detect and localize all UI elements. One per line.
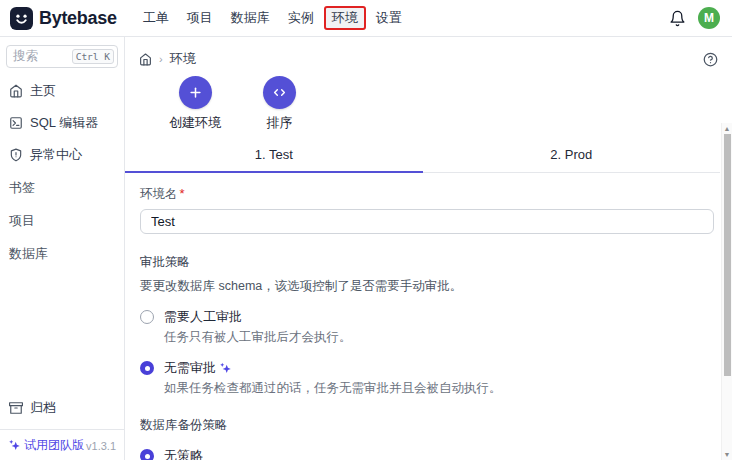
sidebar-item-label: 主页 bbox=[30, 82, 56, 100]
nav-item-issues[interactable]: 工单 bbox=[135, 6, 177, 30]
sidebar-section-databases[interactable]: 数据库 bbox=[6, 239, 118, 269]
bell-icon[interactable] bbox=[669, 10, 686, 27]
user-avatar[interactable]: M bbox=[698, 7, 720, 29]
sidebar-item-sql-editor[interactable]: SQL 编辑器 bbox=[6, 108, 118, 138]
tab-test[interactable]: 1. Test bbox=[125, 140, 423, 173]
plan-label: 试用团队版 bbox=[24, 437, 84, 454]
plan-badge[interactable]: 试用团队版 bbox=[8, 437, 84, 454]
nav-item-projects[interactable]: 项目 bbox=[179, 6, 221, 30]
environment-name-label: 环境名 bbox=[140, 187, 178, 201]
scrollbar[interactable]: ▲ ▼ bbox=[721, 123, 732, 460]
search-shortcut-badge: Ctrl K bbox=[72, 49, 114, 64]
nav-item-instances[interactable]: 实例 bbox=[280, 6, 322, 30]
sparkles-icon bbox=[8, 439, 21, 452]
scrollbar-up-arrow[interactable]: ▲ bbox=[722, 123, 732, 134]
radio-no-approval[interactable]: 无需审批 bbox=[140, 359, 714, 377]
home-icon[interactable] bbox=[139, 53, 152, 66]
main-nav: 工单 项目 数据库 实例 环境 设置 bbox=[135, 6, 410, 30]
sidebar: 搜索 Ctrl K 主页 SQL 编辑器 bbox=[0, 37, 125, 460]
action-label: 创建环境 bbox=[169, 114, 221, 132]
radio-option-manual-approval: 需要人工审批 任务只有被人工审批后才会执行。 bbox=[140, 308, 714, 346]
scrollbar-thumb[interactable] bbox=[724, 134, 731, 376]
breadcrumb: › 环境 bbox=[139, 50, 196, 68]
sidebar-spacer bbox=[6, 269, 118, 391]
sidebar-item-label: 归档 bbox=[30, 399, 56, 417]
brand-name: Bytebase bbox=[39, 8, 117, 29]
bytebase-logo[interactable]: Bytebase bbox=[10, 7, 117, 30]
scrollbar-down-arrow[interactable]: ▼ bbox=[722, 449, 732, 460]
approval-policy-title: 审批策略 bbox=[140, 254, 714, 271]
terminal-icon bbox=[9, 116, 23, 130]
radio-no-backup[interactable]: 无策略 bbox=[140, 447, 714, 460]
radio-label: 需要人工审批 bbox=[164, 308, 242, 326]
environment-tabs: 1. Test 2. Prod bbox=[125, 140, 720, 173]
sidebar-item-archive[interactable]: 归档 bbox=[6, 393, 118, 423]
archive-icon bbox=[9, 401, 23, 415]
radio-option-no-approval: 无需审批 如果任务检查都通过的话，任务无需审批并且会被自动执行。 bbox=[140, 359, 714, 397]
sidebar-item-label: 异常中心 bbox=[30, 146, 82, 164]
sidebar-item-anomaly-center[interactable]: 异常中心 bbox=[6, 140, 118, 170]
approval-policy-description: 要更改数据库 schema，该选项控制了是否需要手动审批。 bbox=[140, 278, 714, 295]
environment-name-input[interactable] bbox=[140, 209, 714, 234]
environment-name-field: 环境名* bbox=[140, 186, 714, 234]
sparkles-icon bbox=[219, 362, 232, 375]
environment-form: 环境名* 审批策略 要更改数据库 schema，该选项控制了是否需要手动审批。 … bbox=[125, 173, 720, 460]
main-content: › 环境 创建环境 bbox=[125, 37, 732, 460]
radio-manual-approval[interactable]: 需要人工审批 bbox=[140, 308, 714, 326]
help-icon[interactable] bbox=[703, 52, 718, 67]
sidebar-divider bbox=[0, 429, 124, 430]
shield-alert-icon bbox=[9, 148, 23, 162]
nav-item-settings[interactable]: 设置 bbox=[368, 6, 410, 30]
actions-row: 创建环境 排序 bbox=[125, 72, 732, 140]
navbar-right: M bbox=[669, 7, 720, 29]
backup-policy-title: 数据库备份策略 bbox=[140, 417, 714, 434]
action-label: 排序 bbox=[267, 114, 293, 132]
sidebar-section-projects[interactable]: 项目 bbox=[6, 206, 118, 236]
radio-description: 任务只有被人工审批后才会执行。 bbox=[164, 329, 714, 346]
chevron-right-icon: › bbox=[159, 53, 163, 65]
reorder-button[interactable]: 排序 bbox=[263, 76, 296, 132]
search-input[interactable]: 搜索 Ctrl K bbox=[6, 45, 118, 68]
radio-label: 无需审批 bbox=[164, 359, 232, 377]
create-environment-button[interactable]: 创建环境 bbox=[169, 76, 221, 132]
radio-label: 无策略 bbox=[164, 447, 203, 460]
tab-prod[interactable]: 2. Prod bbox=[423, 140, 721, 172]
bytebase-logo-icon bbox=[10, 7, 33, 30]
radio-selected-icon[interactable] bbox=[140, 361, 154, 375]
scrollbar-track[interactable] bbox=[722, 134, 732, 449]
radio-option-no-backup: 无策略 无备份策略。 bbox=[140, 447, 714, 460]
version-label: v1.3.1 bbox=[86, 440, 116, 452]
radio-unselected-icon[interactable] bbox=[140, 310, 154, 324]
nav-item-databases[interactable]: 数据库 bbox=[223, 6, 278, 30]
code-reorder-icon bbox=[263, 76, 296, 109]
search-placeholder: 搜索 bbox=[13, 48, 38, 65]
top-navbar: Bytebase 工单 项目 数据库 实例 环境 设置 M bbox=[0, 0, 732, 37]
sidebar-section-bookmarks[interactable]: 书签 bbox=[6, 173, 118, 203]
plus-icon bbox=[179, 76, 212, 109]
nav-item-environments[interactable]: 环境 bbox=[324, 6, 366, 30]
sidebar-item-label: SQL 编辑器 bbox=[30, 114, 98, 132]
plan-row: 试用团队版 v1.3.1 bbox=[6, 435, 118, 454]
radio-description: 如果任务检查都通过的话，任务无需审批并且会被自动执行。 bbox=[164, 380, 714, 397]
sidebar-item-home[interactable]: 主页 bbox=[6, 76, 118, 106]
home-icon bbox=[9, 84, 23, 98]
radio-selected-icon[interactable] bbox=[140, 449, 154, 460]
breadcrumb-current: 环境 bbox=[170, 50, 196, 68]
content-header: › 环境 bbox=[125, 37, 732, 72]
required-asterisk: * bbox=[180, 186, 185, 201]
